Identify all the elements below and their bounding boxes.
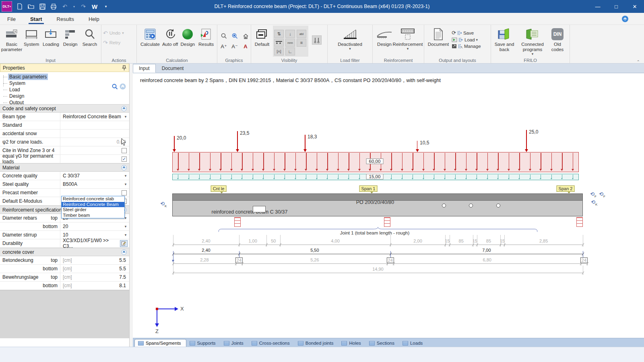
maximize-button[interactable]: □ <box>607 0 625 13</box>
beam-hole[interactable] <box>469 204 473 208</box>
redo-icon[interactable]: ↷ <box>80 3 87 10</box>
dropdown-caret-icon[interactable]: ▾ <box>123 182 128 186</box>
drawing-canvas[interactable]: reinforced concrete beam by 2 Spans，DIN … <box>133 73 644 338</box>
prop-value[interactable]: XC3/XD1/XF1/W0 >> C3... <box>60 239 129 247</box>
connected-programs-button[interactable]: Connected programs ▾ <box>516 26 549 56</box>
default-visibility-button[interactable]: Default <box>253 26 271 47</box>
tree-collapse-icon[interactable] <box>120 83 126 90</box>
toggle-dimensions-icon[interactable]: nnn <box>285 39 295 47</box>
zoom-search-icon[interactable] <box>219 31 229 41</box>
section-collapse-icon[interactable] <box>121 106 127 111</box>
checkbox[interactable] <box>122 148 127 153</box>
tree-item-system[interactable]: System <box>8 80 27 86</box>
dropdown-caret-icon[interactable]: ▾ <box>123 224 128 228</box>
prop-value[interactable]: ✓ <box>60 155 129 163</box>
dropdown-caret-icon[interactable]: ▾ <box>123 174 128 178</box>
menu-tab-results[interactable]: Results <box>50 14 81 24</box>
font-increase-icon[interactable]: A⁺ <box>219 42 229 51</box>
new-file-icon[interactable] <box>16 3 23 10</box>
prop-value[interactable]: [cm]5.5 <box>60 256 129 264</box>
reinforcement-button[interactable]: Reinforcement ▾ <box>394 26 421 50</box>
prop-value[interactable] <box>60 146 129 154</box>
dropdown-option-reinforced-concrete-beam[interactable]: Reinforced Concrete Beam <box>62 202 124 208</box>
toggle-point-loads-icon[interactable]: ↓ <box>285 30 295 38</box>
bottom-tab-loads[interactable]: Loads <box>399 339 427 347</box>
prop-value[interactable]: 20▾ <box>60 222 129 230</box>
results-button[interactable]: Results <box>197 26 215 47</box>
search-button[interactable]: Search <box>80 26 99 47</box>
prop-value[interactable]: Reinforced Concrete Beam▾ <box>60 113 129 121</box>
minimize-button[interactable]: — <box>588 0 607 13</box>
menu-tab-start[interactable]: Start <box>23 14 50 24</box>
undo-button[interactable]: ↶ Undo ▾ <box>103 30 124 36</box>
design-sphere-button[interactable]: Design <box>178 26 197 47</box>
durability-edit-button[interactable] <box>120 240 128 247</box>
pendulum-supports-icon[interactable] <box>312 35 322 45</box>
span-tag[interactable]: Span 2 <box>557 185 575 192</box>
toggle-supports-icon[interactable] <box>274 39 284 47</box>
support[interactable] <box>576 217 583 227</box>
loading-button[interactable]: Loading <box>41 26 60 47</box>
font-color-icon[interactable]: A <box>241 42 250 51</box>
old-codes-button[interactable]: DIN Old codes <box>549 26 566 52</box>
layout-load-button[interactable]: Load ▾ <box>452 37 481 42</box>
pin-icon[interactable] <box>122 65 126 70</box>
calculate-button[interactable]: Calculate <box>138 26 162 47</box>
bottom-tab-bonded-joints[interactable]: Bonded joints <box>295 339 339 347</box>
bottom-tab-sections[interactable]: Sections <box>366 339 399 347</box>
tab-document[interactable]: Document <box>156 64 190 73</box>
span-tag[interactable]: Span 1 <box>359 185 378 192</box>
tree-item-load[interactable]: Load <box>8 86 21 93</box>
prop-value[interactable]: [cm]5.5 <box>60 265 129 273</box>
menu-tab-file[interactable]: File <box>0 14 23 24</box>
section-header-code-and-safety-concept[interactable]: Code and safety concept <box>0 104 129 113</box>
reinforcement-design-button[interactable]: Design <box>374 26 394 47</box>
open-file-icon[interactable] <box>27 3 35 10</box>
tab-input[interactable]: Input <box>133 64 156 73</box>
prop-value[interactable]: [cm]8.1 <box>60 282 129 290</box>
layout-manage-button[interactable]: Manage <box>452 44 481 49</box>
zoom-home-icon[interactable] <box>241 31 250 41</box>
customize-qat-icon[interactable]: ▾ <box>102 3 109 10</box>
design-input-button[interactable]: Design <box>61 26 80 47</box>
support[interactable] <box>234 217 241 227</box>
save-icon[interactable] <box>39 3 46 10</box>
dropdown-option-reinforced-concrete-slab[interactable]: Reinforced concrete slab <box>62 196 124 202</box>
tree-search-icon[interactable] <box>112 84 118 90</box>
menu-tab-help[interactable]: Help <box>81 14 107 24</box>
feedback-icon[interactable] <box>621 15 629 23</box>
beam-hole[interactable] <box>496 204 500 208</box>
auto-off-button[interactable]: Auto off <box>162 26 179 47</box>
beam-type-dropdown-list[interactable]: Reinforced concrete slabReinforced Concr… <box>61 196 125 218</box>
undo-icon[interactable]: ↶ <box>61 3 68 10</box>
tree-item-design[interactable]: Design <box>8 93 25 99</box>
prop-value[interactable]: B500A▾ <box>60 180 129 188</box>
zoom-window-icon[interactable] <box>230 31 239 41</box>
section-header-concrete-cover[interactable]: concrete cover <box>0 248 129 256</box>
dropdown-caret-icon[interactable]: ▾ <box>123 233 128 237</box>
dropdown-caret-icon[interactable]: ▾ <box>123 115 128 119</box>
tree-item-basic-parameters[interactable]: Basic parameters <box>8 74 48 80</box>
system-button[interactable]: System <box>22 26 41 47</box>
undo-caret-icon[interactable]: ▾ <box>72 3 76 10</box>
support[interactable] <box>384 217 390 227</box>
checkbox[interactable] <box>122 190 127 195</box>
prop-value[interactable] <box>60 189 129 197</box>
save-and-back-button[interactable]: Save and back <box>493 26 516 52</box>
font-decrease-icon[interactable]: A⁻ <box>230 42 239 51</box>
beam-hole[interactable] <box>442 204 446 208</box>
app-logo[interactable]: DLT+ <box>2 1 12 12</box>
dropdown-option-timber-beam[interactable]: Timber beam <box>62 213 124 218</box>
bottom-tab-joints[interactable]: Joints <box>221 339 248 347</box>
bottom-tab-holes[interactable]: Holes <box>338 339 365 347</box>
layout-save-button[interactable]: ⟳ Save <box>452 30 481 36</box>
prop-value[interactable]: [cm]7.5 <box>60 273 129 281</box>
toggle-loads-icon[interactable]: ⇅ <box>274 30 284 38</box>
print-icon[interactable] <box>50 3 57 10</box>
word-export-icon[interactable]: W <box>91 3 98 10</box>
rotation-marker-icon[interactable]: ⟲K <box>160 201 167 209</box>
bottom-tab-supports[interactable]: Supports <box>186 339 221 347</box>
basic-parameter-button[interactable]: Basic parameter <box>2 26 22 52</box>
checkbox[interactable]: ✓ <box>122 156 127 162</box>
toggle-axis-icon[interactable]: ∟ <box>285 47 295 56</box>
